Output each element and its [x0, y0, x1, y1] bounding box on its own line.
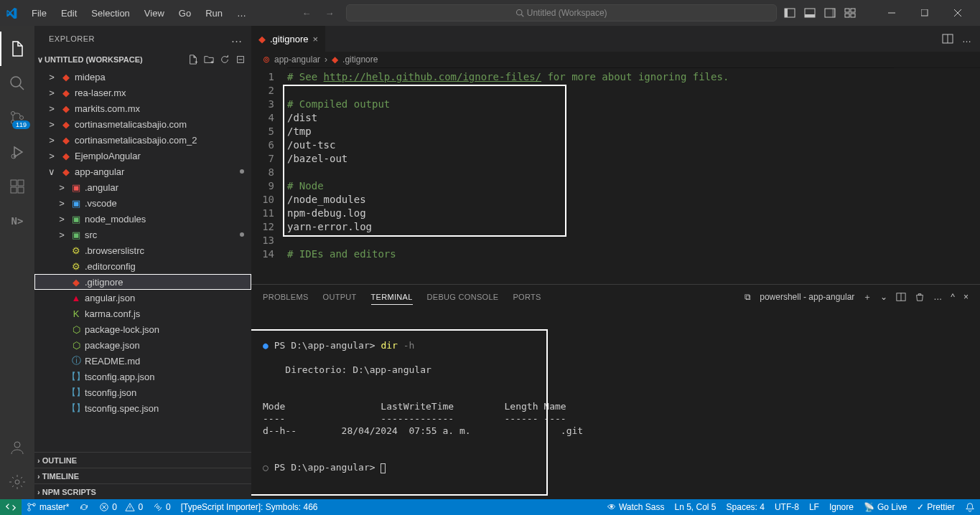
terminal[interactable]: ● PS D:\app-angular> dir -h Directorio: … — [251, 309, 980, 499]
panel-tab-terminal[interactable]: TERMINAL — [371, 290, 413, 305]
menu-run[interactable]: Run — [200, 5, 228, 22]
svg-point-16 — [11, 77, 21, 87]
section-timeline[interactable]: › TIMELINE — [34, 468, 251, 483]
menu-more[interactable]: … — [231, 5, 252, 22]
window-close-icon[interactable] — [941, 0, 974, 26]
breadcrumbs[interactable]: ⊚ app-angular › ◆ .gitignore — [251, 52, 980, 67]
activity-source-control[interactable]: 119 — [0, 100, 34, 135]
status-spaces[interactable]: Spaces: 4 — [722, 499, 770, 515]
panel-tab-debug[interactable]: DEBUG CONSOLE — [427, 290, 499, 304]
status-watch-sass[interactable]: 👁 Watch Sass — [602, 499, 670, 515]
tree-item[interactable]: >▣node_modules — [34, 211, 251, 227]
status-eol[interactable]: LF — [804, 499, 824, 515]
tree-item[interactable]: ◆.gitignore — [34, 274, 251, 290]
section-outline[interactable]: › OUTLINE — [34, 452, 251, 468]
svg-rect-8 — [845, 9, 849, 12]
panel-tab-ports[interactable]: PORTS — [513, 290, 541, 304]
activity-settings-icon[interactable] — [0, 465, 34, 499]
maximize-panel-icon[interactable]: ^ — [951, 292, 955, 302]
refresh-icon[interactable] — [220, 55, 230, 65]
activity-account-icon[interactable] — [0, 430, 34, 465]
workspace-header[interactable]: ∨ UNTITLED (WORKSPACE) — [34, 52, 251, 67]
layout-sidebar-right-icon[interactable] — [824, 7, 836, 19]
new-folder-icon[interactable] — [204, 55, 214, 65]
tree-item[interactable]: >▣.angular — [34, 179, 251, 195]
panel-more-icon[interactable]: … — [933, 292, 942, 302]
terminal-launch-icon[interactable]: ⧉ — [745, 292, 751, 302]
tree-item[interactable]: ⬡package.json — [34, 337, 251, 353]
tree-item[interactable]: >◆cortinasmetalicasbajio.com_2 — [34, 132, 251, 148]
section-npm-scripts[interactable]: › NPM SCRIPTS — [34, 483, 251, 499]
close-icon[interactable]: × — [312, 34, 318, 44]
minimap[interactable] — [894, 67, 980, 284]
tree-item[interactable]: ▲angular.json — [34, 290, 251, 306]
vscode-logo-icon — [6, 7, 17, 19]
status-sync[interactable] — [74, 499, 94, 515]
svg-rect-11 — [851, 14, 855, 17]
editor-body[interactable]: 1234567891011121314 # See http://help.gi… — [251, 67, 980, 284]
command-center[interactable]: Untitled (Workspace) — [346, 4, 777, 22]
activity-debug[interactable] — [0, 135, 34, 169]
status-prettier[interactable]: ✓ Prettier — [912, 499, 960, 515]
tab-gitignore[interactable]: ◆ .gitignore × — [251, 26, 326, 52]
activity-search[interactable] — [0, 66, 34, 100]
tree-item[interactable]: ⚙.editorconfig — [34, 258, 251, 274]
menu-selection[interactable]: Selection — [85, 5, 135, 22]
tree-item[interactable]: >◆markits.com.mx — [34, 100, 251, 116]
menu-edit[interactable]: Edit — [55, 5, 83, 22]
menu-file[interactable]: File — [26, 5, 52, 22]
tree-item[interactable]: ⓘREADME.md — [34, 353, 251, 369]
status-encoding[interactable]: UTF-8 — [770, 499, 804, 515]
close-panel-icon[interactable]: × — [963, 292, 969, 302]
panel-tab-output[interactable]: OUTPUT — [323, 290, 357, 304]
editor-more-icon[interactable]: … — [962, 34, 971, 44]
tree-item[interactable]: ∨◆app-angular — [34, 164, 251, 179]
status-branch[interactable]: master* — [22, 499, 74, 515]
activity-extensions[interactable] — [0, 169, 34, 204]
split-editor-icon[interactable] — [942, 33, 953, 44]
activity-nx[interactable]: N> — [0, 204, 34, 238]
status-ts-importer[interactable]: [TypeScript Importer]: Symbols: 466 — [176, 499, 323, 515]
tree-item[interactable]: Kkarma.conf.js — [34, 306, 251, 321]
new-terminal-icon[interactable]: ＋ — [863, 291, 872, 303]
activity-explorer[interactable] — [0, 32, 34, 66]
tree-item[interactable]: >◆rea-laser.mx — [34, 85, 251, 100]
tree-item[interactable]: 【】tsconfig.app.json — [34, 369, 251, 384]
status-port[interactable]: 0 — [148, 499, 176, 515]
explorer-more-icon[interactable]: … — [231, 32, 243, 45]
split-terminal-icon[interactable] — [896, 292, 906, 302]
collapse-all-icon[interactable] — [235, 55, 246, 65]
kill-terminal-icon[interactable] — [915, 292, 925, 302]
layout-panel-icon[interactable] — [804, 7, 816, 19]
customize-layout-icon[interactable] — [844, 7, 856, 19]
tree-item[interactable]: 【】tsconfig.spec.json — [34, 400, 251, 416]
terminal-dropdown-icon[interactable]: ⌄ — [880, 292, 887, 302]
tree-item[interactable]: ⚙.browserslistrc — [34, 242, 251, 258]
tree-item[interactable]: ⬡package-lock.json — [34, 321, 251, 337]
layout-sidebar-left-icon[interactable] — [784, 7, 795, 19]
tree-item[interactable]: >▣.vscode — [34, 195, 251, 211]
status-language[interactable]: Ignore — [824, 499, 859, 515]
new-file-icon[interactable] — [188, 55, 198, 65]
tree-item[interactable]: 【】tsconfig.json — [34, 384, 251, 400]
tree-item[interactable]: >◆cortinasmetalicasbajio.com — [34, 116, 251, 132]
tree-item[interactable]: >◆EjemploAngular — [34, 148, 251, 164]
window-maximize-icon[interactable] — [908, 0, 941, 26]
menu-go[interactable]: Go — [173, 5, 197, 22]
status-go-live[interactable]: 📡 Go Live — [859, 499, 912, 515]
nav-forward-icon[interactable]: → — [321, 4, 338, 22]
tree-item[interactable]: >▣src — [34, 227, 251, 242]
explorer-title: EXPLORER — [49, 34, 95, 43]
status-problems[interactable]: 0 0 — [94, 499, 148, 515]
window-minimize-icon[interactable] — [875, 0, 908, 26]
status-cursor[interactable]: Ln 5, Col 5 — [669, 499, 721, 515]
remote-indicator[interactable] — [0, 499, 22, 515]
tree-item[interactable]: >◆midepa — [34, 69, 251, 85]
nav-back-icon[interactable]: ← — [298, 4, 315, 22]
svg-rect-24 — [18, 180, 24, 186]
menu-view[interactable]: View — [139, 5, 170, 22]
status-bell-icon[interactable] — [960, 499, 980, 515]
svg-line-17 — [19, 85, 24, 90]
panel-tab-problems[interactable]: PROBLEMS — [263, 290, 309, 304]
terminal-profile[interactable]: powershell - app-angular — [760, 292, 854, 302]
